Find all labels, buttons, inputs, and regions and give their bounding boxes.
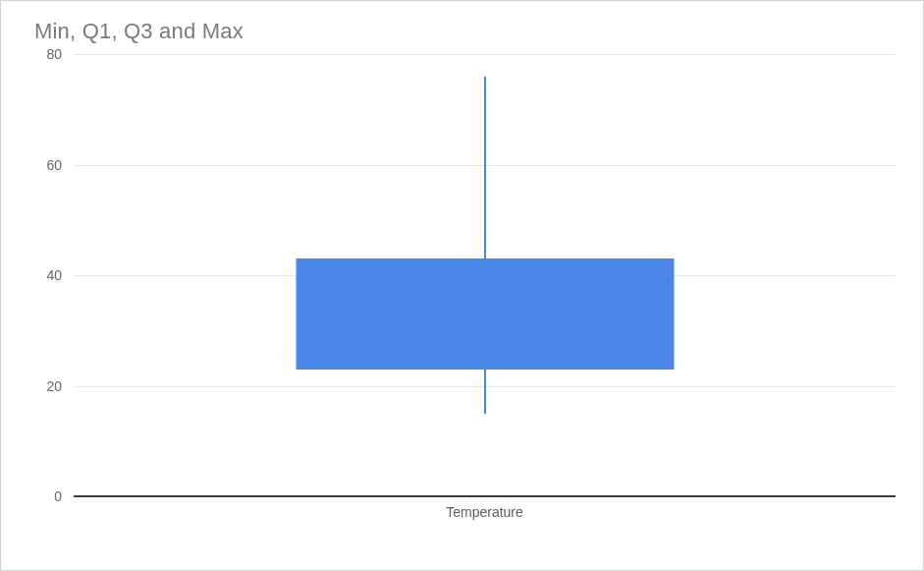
y-tick-0: 0 <box>32 488 62 504</box>
box-iqr <box>296 258 674 370</box>
chart-title: Min, Q1, Q3 and Max <box>34 19 909 44</box>
y-tick-60: 60 <box>32 157 62 173</box>
y-axis-labels: 80 60 40 20 0 <box>32 54 62 496</box>
chart-area: 80 60 40 20 0 Temperature <box>32 54 899 526</box>
chart-frame: Min, Q1, Q3 and Max 80 60 40 20 0 Temper… <box>0 0 924 571</box>
gridline-80 <box>74 54 896 55</box>
x-axis-line <box>74 495 896 497</box>
y-tick-20: 20 <box>32 378 62 394</box>
plot-area <box>74 54 896 496</box>
y-tick-80: 80 <box>32 46 62 62</box>
x-axis-label: Temperature <box>74 504 896 520</box>
y-tick-40: 40 <box>32 267 62 283</box>
